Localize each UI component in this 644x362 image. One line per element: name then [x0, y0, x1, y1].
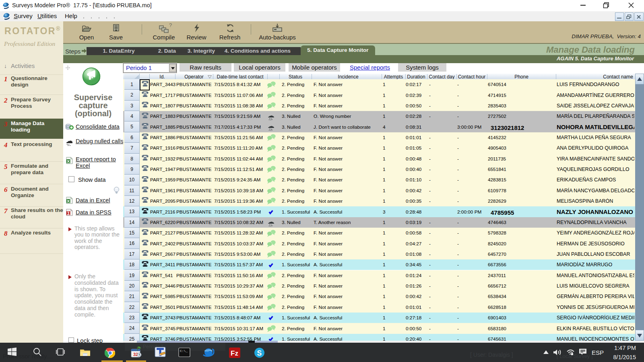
svg-text:S: S: [257, 349, 262, 357]
svg-text:C:\_: C:\_: [180, 349, 188, 353]
svg-text:?: ?: [169, 23, 172, 28]
svg-text:Fz: Fz: [231, 350, 238, 357]
